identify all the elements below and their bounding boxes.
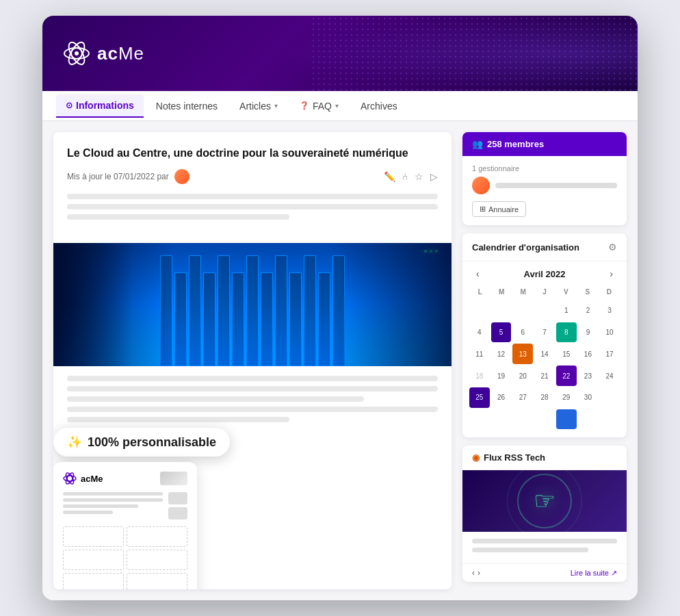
cal-day-2[interactable]: 2 [578, 300, 599, 321]
cal-day-empty-7 [491, 409, 512, 430]
article-content: Le Cloud au Centre, une doctrine pour la… [53, 132, 452, 243]
mini-line-4 [63, 511, 113, 514]
calendar-next-button[interactable]: › [605, 267, 617, 281]
cal-day-28[interactable]: 28 [534, 387, 555, 408]
mini-logo-icon [63, 472, 77, 485]
nav-item-articles[interactable]: Articles ▾ [230, 95, 287, 117]
article-image [53, 243, 452, 366]
external-link-icon: ↗ [611, 569, 617, 578]
after-line-2 [67, 386, 438, 392]
mini-grid-item-2 [127, 526, 187, 547]
cal-day-23[interactable]: 23 [578, 365, 599, 386]
day-label-j: J [534, 286, 555, 298]
mini-line-1 [63, 492, 163, 496]
cal-day-30[interactable]: 30 [578, 387, 599, 408]
rss-circle-2 [507, 470, 582, 532]
nav-label-notes-internes: Notes internes [156, 101, 218, 112]
placeholder-line-3 [67, 214, 289, 220]
dc-shadow-left [53, 243, 173, 366]
cal-day-22[interactable]: 22 [556, 365, 577, 386]
logo-bold: ac [97, 43, 118, 64]
calendar-month: Avril 2022 [524, 269, 566, 279]
cal-day-14[interactable]: 14 [534, 344, 555, 364]
mini-side-block-1 [168, 492, 187, 504]
mini-text-lines [63, 492, 163, 519]
banner-dots [311, 16, 638, 91]
send-icon[interactable]: ▷ [430, 171, 438, 182]
cal-day-9[interactable]: 9 [578, 322, 599, 343]
calendar-prev-button[interactable]: ‹ [472, 267, 484, 281]
edit-icon[interactable]: ✏️ [384, 171, 395, 182]
cal-day-29[interactable]: 29 [556, 387, 577, 408]
cal-day-1[interactable]: 1 [556, 300, 577, 321]
cal-day-13[interactable]: 13 [512, 344, 533, 364]
badge-label: 100% personnalisable [88, 435, 216, 450]
cal-day-20[interactable]: 20 [512, 365, 533, 386]
cal-day-7[interactable]: 7 [534, 322, 555, 343]
after-line-1 [67, 376, 438, 381]
mini-header-thumb [160, 472, 187, 485]
overlay-card: ✨ 100% personnalisable acMe [53, 428, 230, 589]
app-logo[interactable]: acMe [63, 40, 144, 67]
articles-chevron-icon: ▾ [274, 102, 278, 110]
calendar-settings-icon[interactable]: ⚙ [608, 242, 617, 253]
nav-label-archives: Archives [361, 101, 397, 112]
day-label-l: L [469, 286, 491, 298]
nav-item-informations[interactable]: ⊙ Informations [56, 94, 144, 118]
after-line-4 [67, 407, 438, 412]
cal-day-16[interactable]: 16 [578, 344, 599, 364]
star-icon[interactable]: ☆ [415, 171, 423, 182]
cal-day-15[interactable]: 15 [556, 344, 577, 364]
manager-row [472, 177, 617, 194]
rss-next-button[interactable]: › [478, 568, 480, 578]
cal-day-empty-4 [534, 300, 555, 321]
placeholder-line-2 [67, 204, 438, 209]
cal-day-extra [512, 409, 533, 430]
cal-day-extra3 [578, 409, 599, 430]
cal-day-3[interactable]: 3 [599, 300, 620, 321]
mini-side-blocks [168, 492, 187, 519]
cal-day-blue[interactable] [556, 409, 577, 430]
rss-image: ☞ [462, 470, 627, 532]
dc-shadow-right [332, 243, 452, 366]
rss-nav: ‹ › [472, 568, 480, 578]
cal-day-19[interactable]: 19 [491, 365, 512, 386]
article-text-after [53, 366, 452, 437]
share-icon[interactable]: ⑃ [402, 171, 408, 182]
cal-day-10[interactable]: 10 [599, 322, 620, 343]
cal-day-4[interactable]: 4 [469, 322, 490, 343]
mini-line-3 [63, 504, 138, 508]
cal-day-5[interactable]: 5 [491, 322, 512, 343]
cal-day-18[interactable]: 18 [469, 365, 490, 386]
cal-day-21[interactable]: 21 [534, 365, 555, 386]
annuaire-label: Annuaire [488, 205, 519, 214]
cal-day-empty-1 [469, 300, 490, 321]
cal-day-12[interactable]: 12 [491, 344, 512, 364]
cal-day-25[interactable]: 25 [469, 387, 490, 408]
cal-day-24[interactable]: 24 [599, 365, 620, 386]
author-avatar [174, 169, 189, 184]
article-placeholder-lines [67, 194, 438, 220]
nav-item-archives[interactable]: Archives [351, 95, 407, 117]
rss-line-2 [472, 548, 588, 552]
rss-image-content: ☞ [534, 487, 555, 515]
nav-item-notes-internes[interactable]: Notes internes [146, 95, 227, 117]
cal-day-8[interactable]: 8 [556, 322, 577, 343]
browser-window: acMe ⊙ Informations Notes internes Artic… [42, 16, 638, 600]
cal-day-27[interactable]: 27 [512, 387, 533, 408]
annuaire-button[interactable]: ⊞ Annuaire [472, 201, 526, 217]
cal-day-17[interactable]: 17 [599, 344, 620, 364]
personalization-badge: ✨ 100% personnalisable [53, 428, 230, 457]
app-banner: acMe [42, 16, 638, 91]
cal-day-11[interactable]: 11 [469, 344, 490, 364]
rss-read-more-link[interactable]: Lire la suite ↗ [571, 569, 617, 578]
nav-item-faq[interactable]: ❓ FAQ ▾ [290, 95, 348, 117]
article-meta: Mis à jour le 07/01/2022 par ✏️ ⑃ ☆ ▷ [67, 169, 438, 184]
rss-prev-button[interactable]: ‹ [472, 568, 475, 578]
cal-day-empty-2 [491, 300, 512, 321]
cal-day-26[interactable]: 26 [491, 387, 512, 408]
mini-app-header: acMe [63, 472, 187, 485]
cal-day-6[interactable]: 6 [512, 322, 533, 343]
calendar-days-header: L M M J V S D [469, 286, 620, 298]
badge-emoji: ✨ [67, 435, 82, 450]
